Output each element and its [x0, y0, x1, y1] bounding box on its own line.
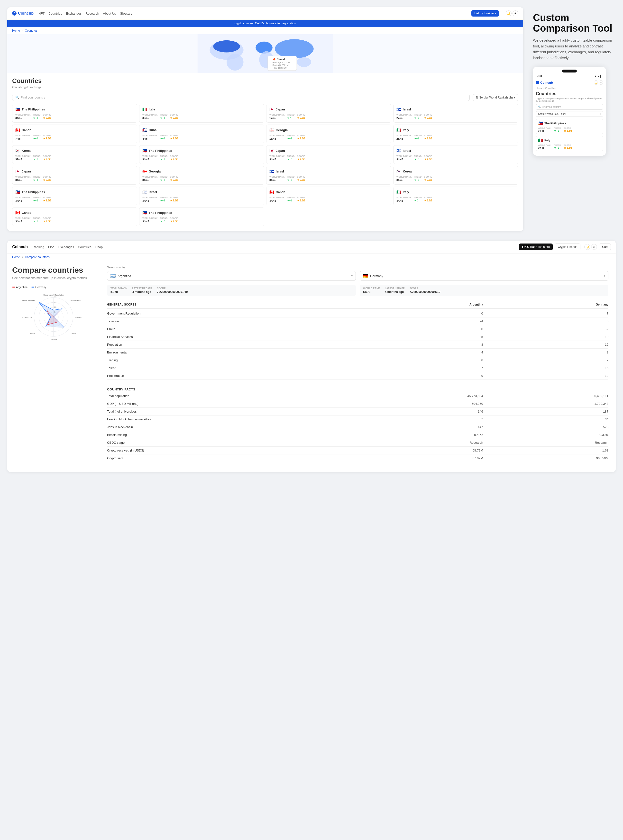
stat-world-rank: WORLD RANK 34/45	[143, 217, 158, 223]
select-country-label: Select country	[107, 266, 608, 269]
compare-nav-exchanges[interactable]: Exchanges	[58, 245, 74, 249]
compare-logo[interactable]: Coincub	[12, 245, 28, 249]
svg-text:Financial Services: Financial Services	[22, 299, 35, 302]
country-card[interactable]: 🇬🇪 Georgia WORLD RANK 34/45 TREND ★+2 SC…	[139, 166, 264, 185]
compare-nav-countries[interactable]: Countries	[78, 245, 92, 249]
meta2-rank-label: WORLD RANK	[363, 287, 380, 290]
card-name: Korea	[21, 149, 31, 153]
country-card[interactable]: 🇮🇱 Israel WORLD RANK 34/45 TREND ★+2 SCO…	[139, 187, 264, 205]
card-name: Italy	[403, 190, 409, 194]
stat-trend: TREND ★+2	[414, 176, 422, 181]
nav-countries[interactable]: Countries	[48, 12, 62, 15]
logo[interactable]: C Coincub	[12, 11, 34, 15]
compare-nav-ranking[interactable]: Ranking	[32, 245, 44, 249]
stat-world-rank: WORLD RANK 7/45	[15, 134, 31, 140]
legend-argentina: Argentina	[12, 286, 28, 288]
compare-sun-icon[interactable]: ☀	[591, 244, 597, 250]
sort-dropdown[interactable]: ⇅ Sort by World Rank (high) ▾	[473, 94, 519, 101]
stat-trend-value: ★+3	[33, 179, 41, 181]
mobile-sort[interactable]: Sort by World Rank (high) ▾	[536, 111, 603, 117]
stat-trend-label: TREND	[160, 176, 168, 178]
score-label: Proliferation	[107, 374, 358, 377]
score-row: Proliferation 9 12	[107, 372, 608, 380]
country-card[interactable]: 🇵🇭 The Philippines WORLD RANK 34/45 TREN…	[12, 104, 137, 123]
country-card[interactable]: 🇵🇭 The Philippines WORLD RANK 34/45 TREN…	[139, 145, 264, 164]
country-card[interactable]: 🇮🇹 Italy WORLD RANK 34/45 TREND ★-0 SCOR…	[393, 187, 519, 205]
score-row: Population 8 12	[107, 341, 608, 349]
compare-nav-shop[interactable]: Shop	[95, 245, 103, 249]
card-stats: WORLD RANK 27/45 TREND ★+2 SCORE ★ 2.6/5	[396, 113, 515, 120]
meta2-update-value: 4 months ago	[385, 290, 405, 294]
country-selector-1[interactable]: 🇦🇷 Argentina ▾	[107, 271, 356, 281]
meta2-update: LATEST UPDATE 4 months ago	[385, 287, 405, 294]
card-stats: WORLD RANK 34/45 TREND ★+2 SCORE ★ 2.6/5	[143, 217, 261, 223]
country-card[interactable]: 🇵🇭 The Philippines WORLD RANK 34/45 TREN…	[139, 207, 264, 226]
stat-trend-value: ★-4	[287, 116, 295, 119]
mobile-pill	[562, 70, 577, 72]
mobile-logo: C Coincub	[536, 81, 553, 84]
stat-score-value: ★ 2.6/5	[43, 137, 51, 140]
stat-score: SCORE ★ 2.6/5	[424, 196, 433, 202]
stat-trend-label: TREND	[33, 176, 41, 178]
card-stats: WORLD RANK 39/45 TREND ★+3 SCORE ★ 2.6/5	[143, 113, 261, 120]
country-card[interactable]: 🇯🇵 Japan WORLD RANK 34/45 TREND ★+3 SCOR…	[12, 166, 137, 185]
nav-glossary[interactable]: Glossary	[120, 12, 132, 15]
stat-trend-value: ★+2	[287, 179, 295, 181]
radar-grid: 20 15 10 5	[22, 294, 81, 340]
mobile-theme-toggle: 🌙 ☀	[594, 80, 603, 85]
country-card[interactable]: 🇯🇵 Japan WORLD RANK 34/45 TREND ★+2 SCOR…	[266, 145, 391, 164]
stat-rank-value: 17/45	[269, 116, 285, 120]
country-card[interactable]: 🇨🇺 Cuba WORLD RANK 4/45 TREND ★+3 SCORE …	[139, 124, 264, 143]
card-flag: 🇵🇭	[15, 190, 20, 195]
country-card[interactable]: 🇬🇪 Georgia WORLD RANK 13/45 TREND ★+2 SC…	[266, 124, 391, 143]
country-card[interactable]: 🇨🇦 Canda WORLD RANK 34/45 TREND ★+1 SCOR…	[266, 187, 391, 205]
logo-icon: C	[12, 11, 17, 15]
cart-button[interactable]: Cart	[599, 244, 611, 250]
compare-breadcrumb-home[interactable]: Home	[12, 255, 20, 259]
mobile-card-philippines[interactable]: 🇵🇭 The Philippines WORLD RANK 34/45 TREN…	[536, 119, 603, 134]
country-card[interactable]: 🇮🇹 Italy WORLD RANK 39/45 TREND ★+3 SCOR…	[139, 104, 264, 123]
country-card[interactable]: 🇨🇦 Canda WORLD RANK 7/45 TREND ★+2 SCORE…	[12, 124, 137, 143]
sun-icon[interactable]: ☀	[513, 11, 519, 16]
country-card[interactable]: 🇮🇱 Israel WORLD RANK 27/45 TREND ★+2 SCO…	[393, 104, 519, 123]
country-card[interactable]: 🇮🇹 Italy WORLD RANK 28/45 TREND ★+1 SCOR…	[393, 124, 519, 143]
country-card[interactable]: 🇰🇷 Korea WORLD RANK 34/45 TREND ★+2 SCOR…	[393, 166, 519, 185]
card-stats: WORLD RANK 28/45 TREND ★+1 SCORE ★ 2.6/5	[396, 134, 515, 140]
stat-world-rank: WORLD RANK 34/45	[269, 196, 285, 202]
country-card[interactable]: 🇯🇵 Japan WORLD RANK 17/45 TREND ★-4 SCOR…	[266, 104, 391, 123]
crypto-licence-button[interactable]: Crypto Licence	[555, 244, 580, 250]
mobile-search[interactable]: 🔍 Find your country	[536, 104, 603, 110]
meta2-score: SCORE 7.220000000000001/10	[410, 287, 440, 294]
card-header: 🇬🇪 Georgia	[143, 169, 261, 174]
stat-score: SCORE ★ 2.6/5	[424, 155, 433, 161]
country-card[interactable]: 🇨🇦 Canda WORLD RANK 34/45 TREND ★+1 SCOR…	[12, 207, 137, 226]
nav-about[interactable]: About Us	[103, 12, 116, 15]
trade-button[interactable]: OKX Trade like a pro	[519, 244, 553, 250]
card-name: Japan	[276, 149, 285, 153]
meta1-score: SCORE 7.220000000000001/10	[157, 287, 188, 294]
mobile-sort-label: Sort by World Rank (high)	[538, 113, 566, 115]
mobile-logo-icon: C	[536, 81, 539, 84]
breadcrumb-home[interactable]: Home	[12, 29, 20, 32]
promo-banner[interactable]: crypto.com — Get $50 bonus after registr…	[7, 20, 523, 27]
country-card[interactable]: 🇮🇱 Israel WORLD RANK 34/45 TREND ★+2 SCO…	[266, 166, 391, 185]
svg-point-5	[275, 39, 314, 59]
stat-score-value: ★ 2.6/5	[43, 116, 51, 119]
nav-nft[interactable]: NFT	[38, 12, 44, 15]
nav-research[interactable]: Research	[86, 12, 99, 15]
list-business-button[interactable]: List my business	[471, 10, 499, 17]
mobile-status-icons: ▲ ● ▌	[594, 75, 602, 77]
mobile-card-italy[interactable]: 🇮🇹 Italy WORLD RANK 39/45 TREND ★+2	[536, 136, 603, 151]
country-selector-2[interactable]: 🇩🇪 Germany ▾	[360, 271, 608, 281]
stat-score: SCORE ★ 2.6/5	[170, 217, 178, 223]
stat-trend-value: ★+2	[287, 137, 295, 140]
compare-moon-icon[interactable]: 🌙	[584, 244, 590, 250]
country-card[interactable]: 🇵🇭 The Philippines WORLD RANK 34/45 TREN…	[12, 187, 137, 205]
search-box[interactable]: 🔍 Find your country	[12, 94, 470, 101]
country-card[interactable]: 🇮🇱 Israel WORLD RANK 34/45 TREND ★+2 SCO…	[393, 145, 519, 164]
nav-exchanges[interactable]: Exchanges	[66, 12, 81, 15]
country-card[interactable]: 🇰🇷 Korea WORLD RANK 31/45 TREND ★+1 SCOR…	[12, 145, 137, 164]
moon-icon[interactable]: 🌙	[506, 11, 511, 16]
fact-argentina: 68.72M	[358, 449, 483, 452]
compare-nav-blog[interactable]: Blog	[48, 245, 55, 249]
